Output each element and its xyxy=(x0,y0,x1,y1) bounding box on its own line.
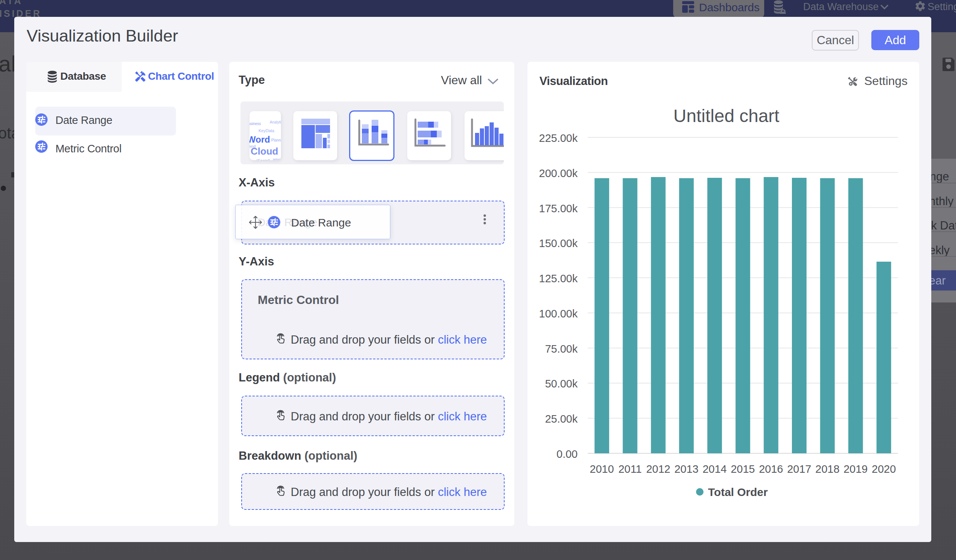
svg-text:75.00k: 75.00k xyxy=(545,343,578,355)
svg-text:225.00k: 225.00k xyxy=(539,132,578,144)
svg-text:2015: 2015 xyxy=(731,463,755,475)
svg-text:2016: 2016 xyxy=(759,463,783,475)
svg-text:Untitled chart: Untitled chart xyxy=(673,106,780,126)
svg-text:Total Order: Total Order xyxy=(708,486,768,498)
svg-text:50.00k: 50.00k xyxy=(545,378,578,390)
svg-text:200.00k: 200.00k xyxy=(539,167,578,179)
svg-text:2017: 2017 xyxy=(787,463,811,475)
svg-text:25.00k: 25.00k xyxy=(545,413,578,425)
svg-text:2010: 2010 xyxy=(590,463,614,475)
svg-text:0.00: 0.00 xyxy=(557,448,578,460)
svg-text:125.00k: 125.00k xyxy=(539,273,578,284)
svg-text:150.00k: 150.00k xyxy=(539,237,578,249)
svg-text:2018: 2018 xyxy=(816,463,840,475)
svg-text:2014: 2014 xyxy=(702,463,727,475)
svg-text:2012: 2012 xyxy=(646,463,671,475)
svg-text:2011: 2011 xyxy=(618,463,642,475)
svg-text:175.00k: 175.00k xyxy=(539,202,578,215)
svg-text:2013: 2013 xyxy=(674,463,699,475)
svg-text:2019: 2019 xyxy=(844,463,868,475)
svg-text:100.00k: 100.00k xyxy=(539,308,578,320)
svg-text:2020: 2020 xyxy=(872,463,896,475)
